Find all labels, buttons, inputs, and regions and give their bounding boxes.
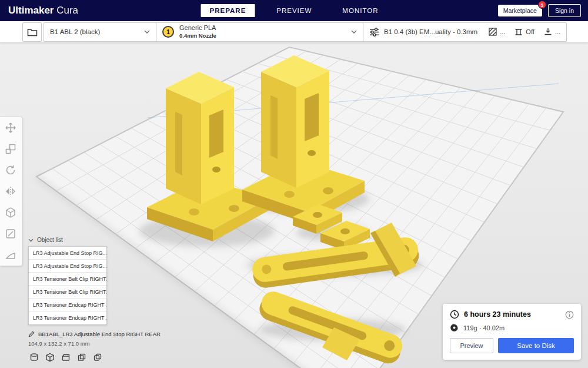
object-list-item[interactable]: LR3 Tensioner Endcap RIGHT ... bbox=[29, 299, 106, 311]
print-settings-selector[interactable]: B1 0.4 (3b) EM...uality - 0.3mm ... bbox=[363, 23, 566, 41]
marketplace-label: Marketplace bbox=[503, 7, 537, 14]
tab-monitor[interactable]: MONITOR bbox=[333, 4, 387, 17]
material-usage: 119g · 40.02m bbox=[463, 324, 505, 331]
tab-prepare[interactable]: PREPARE bbox=[201, 4, 255, 17]
rotate-icon bbox=[5, 164, 16, 176]
rename-icon[interactable] bbox=[28, 331, 35, 337]
sliders-icon bbox=[369, 28, 379, 37]
add-cylinder-button[interactable] bbox=[28, 352, 40, 363]
print-time: 6 hours 23 minutes bbox=[464, 310, 531, 319]
box-icon bbox=[61, 353, 71, 362]
custom-support-icon bbox=[5, 249, 16, 261]
top-bar: Ultimaker Cura PREPARE PREVIEW MONITOR M… bbox=[0, 0, 588, 21]
copy-icon bbox=[77, 353, 86, 362]
per-model-settings-icon bbox=[5, 207, 16, 218]
folder-icon bbox=[27, 28, 38, 37]
print-summary-panel: 6 hours 23 minutes 119g · bbox=[443, 304, 581, 360]
clock-icon bbox=[450, 310, 459, 319]
adhesion-setting[interactable]: ... bbox=[544, 28, 560, 36]
nozzle-size: 0.4mm Nozzle bbox=[179, 32, 216, 39]
selected-object-dimensions: 104.9 x 132.2 x 71.0 mm bbox=[28, 340, 161, 347]
adhesion-value: ... bbox=[555, 28, 560, 35]
object-list-title: Object list bbox=[37, 237, 63, 243]
object-list-panel: Object list LR3 Adjustable End Stop RIG.… bbox=[28, 237, 161, 347]
shape-toolbar bbox=[28, 352, 103, 363]
object-list-item[interactable]: LR3 Adjustable End Stop RIG... bbox=[29, 260, 106, 273]
material-selector[interactable]: 1 Generic PLA 0.4mm Nozzle bbox=[156, 23, 363, 41]
open-file-button[interactable] bbox=[22, 22, 42, 42]
tab-preview[interactable]: PREVIEW bbox=[268, 4, 320, 17]
scale-tool-button[interactable] bbox=[0, 138, 21, 160]
chevron-down-icon bbox=[28, 238, 34, 242]
object-list-toggle[interactable]: Object list bbox=[28, 237, 161, 243]
support-blocker-button[interactable] bbox=[0, 223, 21, 244]
preview-button[interactable]: Preview bbox=[450, 338, 493, 353]
scale-icon bbox=[5, 143, 16, 155]
custom-support-button[interactable] bbox=[0, 244, 21, 266]
spool-icon bbox=[450, 323, 459, 332]
object-list-item[interactable]: LR3 Tensioner Endcap RIGHT ... bbox=[29, 311, 106, 324]
marketplace-button[interactable]: Marketplace 1 bbox=[498, 5, 542, 16]
infill-setting[interactable]: ... bbox=[489, 28, 505, 36]
add-cube-button[interactable] bbox=[44, 352, 56, 363]
configuration-bar: B1 ABL 2 (black) 1 Generic PLA 0.4mm Noz… bbox=[0, 21, 588, 43]
cylinder-icon bbox=[29, 353, 39, 362]
material-name: Generic PLA bbox=[179, 24, 216, 32]
brand-light: Cura bbox=[54, 5, 78, 16]
quick-settings: ... Off bbox=[479, 28, 560, 36]
top-bar-right: Marketplace 1 Sign in bbox=[498, 4, 581, 17]
material-info: Generic PLA 0.4mm Nozzle bbox=[179, 24, 216, 39]
printer-name: B1 ABL 2 (black) bbox=[50, 28, 100, 35]
per-model-settings-button[interactable] bbox=[0, 202, 21, 223]
selected-object-info: BB1ABL_LR3 Adjustable End Stop RIGHT REA… bbox=[28, 331, 161, 337]
rotate-tool-button[interactable] bbox=[0, 160, 21, 181]
add-box-button[interactable] bbox=[60, 352, 72, 363]
chevron-down-icon bbox=[144, 30, 150, 34]
save-to-disk-button[interactable]: Save to Disk bbox=[498, 338, 574, 353]
brand-bold: Ultimaker bbox=[8, 5, 54, 16]
printer-selector[interactable]: B1 ABL 2 (black) bbox=[44, 23, 156, 41]
object-list-item[interactable]: LR3 Tensioner Belt Clip RIGHT... bbox=[29, 286, 106, 299]
infill-value: ... bbox=[500, 28, 505, 35]
copy-model-button[interactable] bbox=[76, 352, 88, 363]
support-blocker-icon bbox=[5, 228, 16, 240]
sign-in-button[interactable]: Sign in bbox=[548, 4, 581, 17]
move-icon bbox=[5, 122, 16, 134]
extruder-1-icon: 1 bbox=[162, 26, 174, 38]
adhesion-icon bbox=[544, 28, 552, 36]
mirror-tool-button[interactable] bbox=[0, 181, 21, 202]
tool-panel bbox=[0, 117, 22, 266]
mirror-icon bbox=[5, 185, 16, 197]
duplicate-icon bbox=[93, 353, 102, 362]
object-list-item[interactable]: LR3 Tensioner Belt Clip RIGHT... bbox=[29, 273, 106, 286]
support-setting[interactable]: Off bbox=[514, 28, 534, 36]
support-value: Off bbox=[526, 28, 534, 35]
print-profile: B1 0.4 (3b) EM...uality - 0.3mm bbox=[384, 28, 477, 35]
app-logo: Ultimaker Cura bbox=[8, 5, 78, 16]
configuration-selectors: B1 ABL 2 (black) 1 Generic PLA 0.4mm Noz… bbox=[44, 22, 567, 42]
chevron-down-icon bbox=[351, 30, 357, 34]
object-list-item[interactable]: LR3 Adjustable End Stop RIG... bbox=[29, 247, 106, 260]
object-list: LR3 Adjustable End Stop RIG... LR3 Adjus… bbox=[28, 246, 107, 325]
info-button[interactable] bbox=[565, 310, 574, 319]
info-icon bbox=[565, 310, 574, 319]
cura-window: Ultimaker Cura PREPARE PREVIEW MONITOR M… bbox=[0, 0, 588, 368]
infill-icon bbox=[489, 28, 497, 36]
main-tabs: PREPARE PREVIEW MONITOR bbox=[201, 0, 387, 21]
cube-icon bbox=[45, 353, 55, 362]
support-icon bbox=[514, 28, 523, 36]
notification-badge: 1 bbox=[538, 1, 546, 9]
selected-object-name: BB1ABL_LR3 Adjustable End Stop RIGHT REA… bbox=[38, 331, 161, 337]
duplicate-model-button[interactable] bbox=[92, 352, 103, 363]
move-tool-button[interactable] bbox=[0, 117, 21, 138]
